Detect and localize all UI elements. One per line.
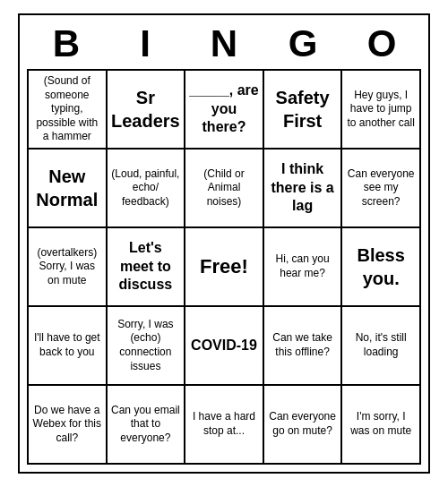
bingo-cell: I'm sorry, I was on mute xyxy=(342,386,421,465)
bingo-cell: COVID-19 xyxy=(185,307,264,386)
bingo-cell: Can we take this offline? xyxy=(264,307,343,386)
bingo-cell: Can you email that to everyone? xyxy=(108,386,186,465)
bingo-header: BINGO xyxy=(27,22,421,65)
bingo-cell: I think there is a lag xyxy=(264,150,343,228)
bingo-grid: (Sound of someone typing, possible with … xyxy=(27,69,421,465)
bingo-cell: Safety First xyxy=(264,71,343,150)
bingo-cell: Bless you. xyxy=(342,228,421,307)
bingo-card: BINGO (Sound of someone typing, possible… xyxy=(18,13,430,474)
header-letter: I xyxy=(109,22,181,65)
bingo-cell: _____, are you there? xyxy=(185,71,264,150)
bingo-cell: Let's meet to discuss xyxy=(108,228,186,307)
bingo-cell: (Loud, painful, echo/ feedback) xyxy=(108,150,186,228)
bingo-cell: Hey guys, I have to jump to another call xyxy=(342,71,421,150)
header-letter: B xyxy=(30,22,102,65)
bingo-cell: Sr Leaders xyxy=(108,71,186,150)
bingo-cell: Free! xyxy=(185,228,264,307)
bingo-cell: No, it's still loading xyxy=(342,307,421,386)
bingo-cell: Can everyone see my screen? xyxy=(342,150,421,228)
bingo-cell: Can everyone go on mute? xyxy=(264,386,343,465)
header-letter: G xyxy=(267,22,339,65)
bingo-cell: Hi, can you hear me? xyxy=(264,228,343,307)
header-letter: O xyxy=(346,22,418,65)
bingo-cell: Sorry, I was (echo) connection issues xyxy=(108,307,186,386)
bingo-cell: Do we have a Webex for this call? xyxy=(29,386,108,465)
bingo-cell: (Sound of someone typing, possible with … xyxy=(29,71,108,150)
bingo-cell: (overtalkers) Sorry, I was on mute xyxy=(29,228,108,307)
bingo-cell: (Child or Animal noises) xyxy=(185,150,264,228)
bingo-cell: New Normal xyxy=(29,150,108,228)
bingo-cell: I have a hard stop at... xyxy=(185,386,264,465)
bingo-cell: I'll have to get back to you xyxy=(29,307,108,386)
header-letter: N xyxy=(188,22,260,65)
